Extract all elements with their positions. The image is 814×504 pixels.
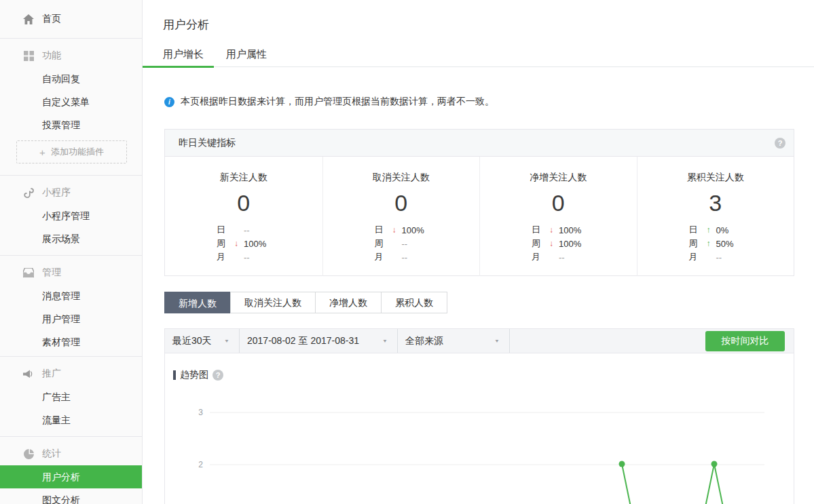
miniprogram-icon [23,187,34,198]
sidebar-section-header: 统计 [0,442,142,465]
chevron-down-icon: ▼ [224,338,229,343]
sidebar: 首页 功能 自动回复 自定义菜单 投票管理 + 添加功能插件 [0,0,143,504]
kpi-label: 累积关注人数 [637,172,794,184]
tabs-divider [143,66,814,67]
stat-period: 日 [217,224,234,236]
stat-period: 月 [217,251,234,263]
source-value: 全部来源 [405,335,443,347]
sidebar-section-label: 管理 [42,267,61,279]
notice-text: 本页根据昨日数据来计算，而用户管理页根据当前数据计算，两者不一致。 [181,96,494,108]
sidebar-item-home[interactable]: 首页 [0,0,142,39]
main-content: 用户分析 用户增长 用户属性 i 本页根据昨日数据来计算，而用户管理页根据当前数… [143,0,814,504]
sidebar-item-material-manage[interactable]: 素材管理 [0,330,142,353]
trend-arrow-icon: ↑ [707,225,716,235]
tab-user-attributes[interactable]: 用户属性 [226,48,267,61]
filter-bar: 最近30天 ▼ 2017-08-02 至 2017-08-31 ▼ 全部来源 ▼… [165,329,794,353]
kpi-stats: 日 -- 周 ↓ 100% 月 -- [217,223,322,264]
sidebar-section-label: 统计 [42,448,61,460]
sidebar-section-header: 功能 [0,44,142,67]
tab-user-growth[interactable]: 用户增长 [163,48,204,61]
kpi-stats: 日 ↓ 100% 周 -- 月 -- [375,223,480,264]
trend-arrow-icon: ↓ [392,225,402,235]
date-picker-value: 2017-08-02 至 2017-08-31 [247,335,359,347]
metric-tab-unfollow[interactable]: 取消关注人数 [230,292,316,313]
sidebar-item-miniprogram-manage[interactable]: 小程序管理 [0,204,142,227]
stat-period: 日 [532,224,549,236]
metric-tab-total[interactable]: 累积人数 [381,292,447,313]
trend-arrow-icon: ↑ [707,239,716,248]
sidebar-item-display-scene[interactable]: 展示场景 [0,227,142,250]
date-range-value: 最近30天 [172,335,212,347]
sidebar-section-promotion: 推广 广告主 流量主 [0,356,142,436]
info-icon: i [164,97,174,107]
kpi-label: 净增关注人数 [480,172,637,184]
pie-icon [23,448,34,459]
trend-arrow-icon: ↓ [549,225,559,235]
notice-bar: i 本页根据昨日数据来计算，而用户管理页根据当前数据计算，两者不一致。 [164,96,494,108]
stat-period: 周 [375,237,392,250]
sidebar-item-traffic-owner[interactable]: 流量主 [0,408,142,431]
kpi-label: 取消关注人数 [323,172,480,184]
stat-value: -- [244,225,250,235]
sidebar-section-label: 小程序 [42,187,71,199]
sidebar-item-message-manage[interactable]: 消息管理 [0,284,142,307]
kpi-value: 0 [480,188,637,218]
kpi-unfollowers: 取消关注人数 0 日 ↓ 100% 周 -- [322,157,480,276]
kpi-total-followers: 累积关注人数 3 日 ↑ 0% 周 ↑ 50% [637,157,794,276]
chevron-down-icon: ▼ [382,338,388,343]
sidebar-section-label: 功能 [42,50,61,62]
trend-chart-card: 最近30天 ▼ 2017-08-02 至 2017-08-31 ▼ 全部来源 ▼… [164,328,794,504]
sidebar-item-user-manage[interactable]: 用户管理 [0,307,142,330]
stat-row-day: 日 ↑ 0% [689,223,794,237]
stat-period: 月 [689,251,707,263]
stat-value: -- [244,252,250,263]
kpi-label: 新关注人数 [165,172,322,184]
svg-text:3: 3 [198,408,203,417]
chevron-down-icon: ▼ [494,338,500,343]
help-icon[interactable]: ? [775,138,785,149]
add-plugin-button[interactable]: + 添加功能插件 [16,140,127,163]
page-title: 用户分析 [163,17,209,33]
sidebar-section-header: 小程序 [0,181,142,204]
sidebar-section-header: 推广 [0,362,142,385]
sidebar-item-article-analysis[interactable]: 图文分析 [0,488,142,504]
sidebar-item-advertiser[interactable]: 广告主 [0,385,142,408]
sidebar-item-user-analysis[interactable]: 用户分析 [0,465,142,488]
stat-value: -- [716,252,722,263]
stat-row-month: 月 -- [689,250,794,264]
sidebar-section-manage: 管理 消息管理 用户管理 素材管理 [0,255,142,356]
stat-value: 100% [402,225,424,235]
kpi-value: 0 [323,188,480,218]
kpi-value: 0 [165,188,322,218]
date-picker[interactable]: 2017-08-02 至 2017-08-31 ▼ [240,329,398,353]
stat-row-day: 日 -- [217,223,322,237]
sidebar-section-label: 推广 [42,368,61,380]
plus-icon: + [39,147,45,158]
metric-tab-net[interactable]: 净增人数 [315,292,382,313]
stat-period: 日 [689,224,707,236]
compare-by-time-button[interactable]: 按时间对比 [705,331,785,351]
sidebar-item-custom-menu[interactable]: 自定义菜单 [0,90,142,113]
sidebar-section-miniprogram: 小程序 小程序管理 展示场景 [0,175,142,255]
sidebar-section-header: 管理 [0,261,142,284]
metric-tabs: 新增人数 取消关注人数 净增人数 累积人数 [164,292,447,313]
stat-period: 周 [217,237,234,250]
stat-period: 月 [532,251,549,263]
grid-icon [23,50,34,61]
metric-tab-new[interactable]: 新增人数 [164,292,231,313]
stat-value: 50% [716,239,734,249]
svg-text:2: 2 [198,460,203,469]
trend-arrow-icon: ↓ [549,239,559,248]
stat-row-day: 日 ↓ 100% [375,223,480,237]
date-range-select[interactable]: 最近30天 ▼ [165,329,240,353]
sidebar-item-auto-reply[interactable]: 自动回复 [0,67,142,90]
stat-row-month: 月 -- [532,250,637,264]
user-analysis-page: 首页 功能 自动回复 自定义菜单 投票管理 + 添加功能插件 [0,0,814,504]
stat-row-month: 月 -- [217,250,322,264]
sidebar-item-vote-manage[interactable]: 投票管理 [0,113,142,136]
stat-value: -- [402,252,408,263]
trend-chart-svg: 32 [165,353,795,504]
source-select[interactable]: 全部来源 ▼ [398,329,510,353]
tray-icon [23,267,34,278]
stat-period: 月 [375,251,392,263]
